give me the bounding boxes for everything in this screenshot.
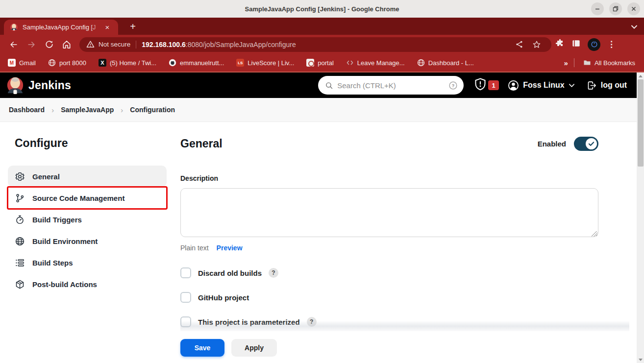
window-title: SampleJavaApp Config [Jenkins] - Google …	[245, 5, 399, 13]
close-icon	[631, 6, 637, 12]
all-bookmarks-button[interactable]: All Bookmarks	[580, 57, 638, 69]
sidebar-item-label: Source Code Management	[32, 194, 124, 202]
chrome-menu-dots-icon[interactable]: ⋮	[607, 39, 616, 49]
discard-old-builds-checkbox[interactable]	[180, 267, 191, 278]
help-icon[interactable]: ?	[269, 268, 278, 278]
reload-button[interactable]	[42, 38, 56, 51]
new-tab-button[interactable]: +	[127, 21, 139, 32]
restore-button[interactable]	[609, 2, 622, 15]
globe-icon	[48, 59, 56, 67]
forward-button[interactable]	[25, 38, 38, 51]
minimize-button[interactable]	[591, 2, 604, 15]
screen: SampleJavaApp Config [Jenkins] - Google …	[0, 0, 644, 363]
breadcrumb-dashboard[interactable]: Dashboard	[9, 106, 45, 114]
sidebar-title: Configure	[15, 137, 167, 150]
search-input[interactable]	[337, 81, 448, 90]
apply-button[interactable]: Apply	[231, 339, 277, 357]
description-textarea[interactable]	[180, 188, 598, 237]
git-branch-icon	[15, 193, 25, 203]
profile-avatar[interactable]	[588, 38, 600, 51]
page-viewport: Jenkins ? 1 Foss Linux l	[0, 73, 644, 363]
sidebar-item-source-code-management[interactable]: Source Code Management	[8, 187, 167, 209]
bookmark-leave-management[interactable]: Leave Manage...	[343, 57, 408, 69]
globe-icon	[15, 236, 25, 246]
jenkins-header: Jenkins ? 1 Foss Linux l	[0, 73, 637, 98]
sidebar-item-post-build-actions[interactable]: Post-build Actions	[8, 273, 167, 295]
save-button[interactable]: Save	[180, 339, 224, 357]
browser-tab-active[interactable]: SampleJavaApp Config [J ×	[4, 20, 118, 35]
search-box[interactable]: ?	[318, 76, 464, 95]
restore-icon	[613, 6, 619, 12]
close-button[interactable]	[627, 2, 640, 15]
svg-text:?: ?	[452, 83, 455, 88]
url-text[interactable]: 192.168.100.6:8080/job/SampleJavaApp/con…	[142, 41, 296, 48]
jenkins-favicon	[10, 23, 18, 31]
breadcrumb-configuration[interactable]: Configuration	[130, 106, 175, 114]
sidebar-item-general[interactable]: General	[8, 166, 167, 187]
search-help-icon[interactable]: ?	[448, 81, 458, 90]
back-button[interactable]	[7, 38, 21, 51]
security-warnings-shield-icon[interactable]	[474, 78, 486, 93]
sidebar-item-label: Build Triggers	[32, 216, 82, 224]
portal-icon	[306, 59, 314, 67]
security-status-label[interactable]: Not secure	[99, 41, 130, 48]
plain-text-label: Plain text	[180, 244, 209, 252]
scrollbar-down-arrow[interactable]	[637, 356, 644, 363]
bookmark-gmail[interactable]: M Gmail	[5, 57, 39, 69]
extensions-puzzle-icon[interactable]	[555, 39, 565, 50]
bookmark-star-icon[interactable]	[530, 38, 544, 51]
bookmark-port-8000[interactable]: port 8000	[45, 57, 89, 69]
folder-icon	[583, 59, 591, 67]
sidebar-item-label: Build Steps	[32, 259, 73, 267]
enabled-control: Enabled	[538, 137, 598, 151]
sidebar-menu: General Source Code Management Build Tri…	[8, 166, 167, 295]
sidebar-item-build-steps[interactable]: Build Steps	[8, 252, 167, 273]
logout-button[interactable]: log out	[587, 80, 627, 91]
not-secure-warning-icon	[86, 40, 95, 48]
github-project-checkbox[interactable]	[180, 292, 191, 303]
window-titlebar: SampleJavaApp Config [Jenkins] - Google …	[0, 0, 644, 18]
textarea-resize-grip[interactable]	[592, 231, 597, 237]
tab-close-icon[interactable]: ×	[103, 23, 112, 32]
gmail-icon: M	[8, 59, 16, 67]
bookmark-livescore[interactable]: LS LiveScore | Liv...	[233, 57, 297, 69]
bookmarks-bar: M Gmail port 8000 X (5) Home / Twi... em…	[0, 54, 644, 73]
window-controls	[591, 2, 640, 15]
scrollbar-thumb[interactable]	[638, 79, 644, 167]
save-bar: Save Apply	[0, 331, 629, 363]
bookmark-twitter[interactable]: X (5) Home / Twi...	[96, 57, 159, 69]
user-menu[interactable]: Foss Linux	[508, 80, 574, 91]
bookmarks-overflow-chevron[interactable]: »	[564, 59, 568, 67]
sidebar-item-build-triggers[interactable]: Build Triggers	[8, 209, 167, 230]
page-scrollbar[interactable]	[637, 73, 644, 363]
url-host: 192.168.100.6	[142, 41, 186, 48]
breadcrumb-separator-icon: ›	[121, 106, 123, 114]
livescore-icon: LS	[236, 59, 244, 67]
bookmark-github[interactable]: emmanuelrutt...	[166, 57, 227, 69]
logout-icon	[587, 80, 597, 91]
configure-sidebar: Configure General Source Code Management	[0, 122, 173, 363]
share-icon[interactable]	[512, 38, 526, 51]
enabled-toggle[interactable]	[574, 137, 598, 151]
jenkins-brand[interactable]: Jenkins	[28, 79, 71, 92]
side-panel-icon[interactable]	[571, 39, 581, 50]
package-icon	[15, 279, 25, 290]
bookmark-dashboard[interactable]: Dashboard - L...	[414, 57, 477, 69]
check-icon	[588, 141, 594, 146]
bookmarks-divider	[574, 58, 574, 67]
globe-icon	[417, 59, 425, 67]
sidebar-item-build-environment[interactable]: Build Environment	[8, 230, 167, 252]
preview-link[interactable]: Preview	[217, 244, 243, 252]
chevron-down-icon	[569, 83, 575, 88]
ordered-list-icon	[15, 258, 25, 268]
breadcrumb-job[interactable]: SampleJavaApp	[61, 106, 114, 114]
tab-search-chevron-icon[interactable]	[630, 23, 638, 32]
warning-count-badge[interactable]: 1	[488, 80, 499, 90]
sidebar-item-label: General	[32, 172, 60, 181]
sidebar-item-label: Build Environment	[32, 237, 98, 245]
bookmark-portal[interactable]: portal	[303, 57, 337, 69]
home-button[interactable]	[60, 38, 74, 51]
address-bar[interactable]: Not secure 192.168.100.6:8080/job/Sample…	[79, 37, 551, 52]
search-icon	[325, 81, 333, 90]
scrollbar-up-arrow[interactable]	[637, 73, 644, 79]
